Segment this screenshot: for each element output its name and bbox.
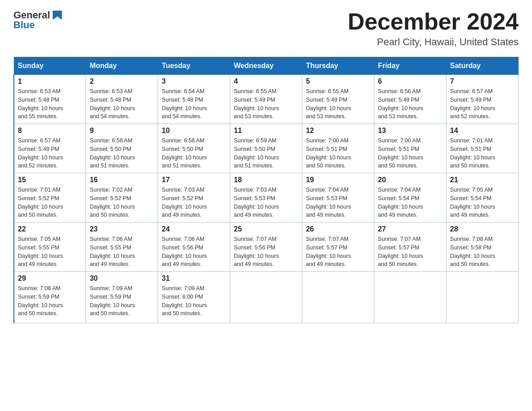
header: General Blue December 2024 Pearl City, H…: [13, 9, 519, 48]
day-info: Sunrise: 7:00 AMSunset: 5:51 PMDaylight:…: [378, 137, 423, 169]
cell-week4-day7: 28 Sunrise: 7:08 AMSunset: 5:58 PMDaylig…: [446, 223, 519, 272]
day-number: 7: [450, 77, 515, 86]
day-info: Sunrise: 7:09 AMSunset: 5:59 PMDaylight:…: [90, 285, 135, 317]
day-number: 4: [234, 77, 298, 86]
day-number: 17: [162, 176, 226, 184]
day-number: 2: [90, 77, 154, 86]
day-number: 30: [90, 274, 154, 283]
location-title: Pearl City, Hawaii, United States: [348, 36, 519, 48]
header-sunday: Sunday: [14, 57, 86, 75]
cell-week3-day2: 16 Sunrise: 7:02 AMSunset: 5:52 PMDaylig…: [86, 173, 158, 223]
header-friday: Friday: [374, 57, 446, 75]
cell-week4-day2: 23 Sunrise: 7:06 AMSunset: 5:55 PMDaylig…: [86, 223, 158, 272]
cell-week1-day3: 3 Sunrise: 6:54 AMSunset: 5:48 PMDayligh…: [158, 75, 230, 124]
day-info: Sunrise: 6:57 AMSunset: 5:49 PMDaylight:…: [450, 88, 495, 120]
day-number: 16: [90, 176, 154, 184]
day-info: Sunrise: 6:53 AMSunset: 5:48 PMDaylight:…: [18, 88, 63, 120]
day-info: Sunrise: 7:03 AMSunset: 5:53 PMDaylight:…: [234, 187, 279, 218]
header-tuesday: Tuesday: [158, 57, 230, 75]
day-info: Sunrise: 7:02 AMSunset: 5:52 PMDaylight:…: [90, 187, 135, 218]
day-number: 9: [90, 127, 154, 135]
cell-week5-day2: 30 Sunrise: 7:09 AMSunset: 5:59 PMDaylig…: [86, 272, 158, 323]
week-row-4: 22 Sunrise: 7:05 AMSunset: 5:55 PMDaylig…: [14, 223, 519, 272]
cell-week4-day3: 24 Sunrise: 7:06 AMSunset: 5:56 PMDaylig…: [158, 223, 230, 272]
day-number: 22: [18, 225, 82, 233]
cell-week1-day2: 2 Sunrise: 6:53 AMSunset: 5:48 PMDayligh…: [86, 75, 158, 124]
day-number: 19: [306, 176, 370, 184]
day-number: 5: [306, 77, 370, 86]
day-info: Sunrise: 7:00 AMSunset: 5:51 PMDaylight:…: [306, 137, 351, 169]
day-info: Sunrise: 7:05 AMSunset: 5:55 PMDaylight:…: [18, 236, 63, 267]
cell-week1-day5: 5 Sunrise: 6:55 AMSunset: 5:49 PMDayligh…: [302, 75, 374, 124]
cell-week1-day6: 6 Sunrise: 6:56 AMSunset: 5:49 PMDayligh…: [374, 75, 446, 124]
day-info: Sunrise: 6:59 AMSunset: 5:50 PMDaylight:…: [234, 137, 279, 169]
cell-week2-day7: 14 Sunrise: 7:01 AMSunset: 5:51 PMDaylig…: [446, 124, 519, 173]
cell-week5-day1: 29 Sunrise: 7:08 AMSunset: 5:59 PMDaylig…: [14, 272, 86, 323]
week-row-5: 29 Sunrise: 7:08 AMSunset: 5:59 PMDaylig…: [14, 272, 519, 323]
cell-week2-day1: 8 Sunrise: 6:57 AMSunset: 5:49 PMDayligh…: [14, 124, 86, 173]
day-info: Sunrise: 6:58 AMSunset: 5:50 PMDaylight:…: [90, 137, 135, 169]
day-info: Sunrise: 7:07 AMSunset: 5:57 PMDaylight:…: [378, 236, 423, 267]
cell-week3-day7: 21 Sunrise: 7:05 AMSunset: 5:54 PMDaylig…: [446, 173, 519, 223]
day-number: 25: [234, 225, 298, 233]
cell-week2-day6: 13 Sunrise: 7:00 AMSunset: 5:51 PMDaylig…: [374, 124, 446, 173]
day-number: 24: [162, 225, 226, 233]
day-info: Sunrise: 6:58 AMSunset: 5:50 PMDaylight:…: [162, 137, 207, 169]
day-number: 14: [450, 127, 515, 135]
cell-week5-day7: [446, 272, 519, 323]
cell-week2-day5: 12 Sunrise: 7:00 AMSunset: 5:51 PMDaylig…: [302, 124, 374, 173]
day-info: Sunrise: 7:06 AMSunset: 5:56 PMDaylight:…: [162, 236, 207, 267]
logo: General Blue: [13, 9, 64, 30]
header-thursday: Thursday: [302, 57, 374, 75]
day-number: 1: [18, 77, 82, 86]
day-info: Sunrise: 7:01 AMSunset: 5:51 PMDaylight:…: [450, 137, 495, 169]
day-info: Sunrise: 7:01 AMSunset: 5:52 PMDaylight:…: [18, 187, 63, 218]
cell-week2-day2: 9 Sunrise: 6:58 AMSunset: 5:50 PMDayligh…: [86, 124, 158, 173]
day-number: 23: [90, 225, 154, 233]
calendar-table: Sunday Monday Tuesday Wednesday Thursday…: [13, 57, 519, 323]
day-number: 3: [162, 77, 226, 86]
day-number: 6: [378, 77, 442, 86]
header-wednesday: Wednesday: [230, 57, 302, 75]
cell-week3-day6: 20 Sunrise: 7:04 AMSunset: 5:54 PMDaylig…: [374, 173, 446, 223]
title-area: December 2024 Pearl City, Hawaii, United…: [348, 9, 519, 48]
day-info: Sunrise: 6:55 AMSunset: 5:49 PMDaylight:…: [306, 88, 351, 120]
cell-week5-day5: [302, 272, 374, 323]
day-info: Sunrise: 7:03 AMSunset: 5:52 PMDaylight:…: [162, 187, 207, 218]
day-number: 26: [306, 225, 370, 233]
logo-icon: [51, 9, 64, 21]
day-number: 12: [306, 127, 370, 135]
day-info: Sunrise: 6:56 AMSunset: 5:49 PMDaylight:…: [378, 88, 423, 120]
cell-week1-day7: 7 Sunrise: 6:57 AMSunset: 5:49 PMDayligh…: [446, 75, 519, 124]
cell-week2-day3: 10 Sunrise: 6:58 AMSunset: 5:50 PMDaylig…: [158, 124, 230, 173]
week-row-3: 15 Sunrise: 7:01 AMSunset: 5:52 PMDaylig…: [14, 173, 519, 223]
day-number: 8: [18, 127, 82, 135]
day-number: 18: [234, 176, 298, 184]
cell-week5-day3: 31 Sunrise: 7:09 AMSunset: 6:00 PMDaylig…: [158, 272, 230, 323]
cell-week2-day4: 11 Sunrise: 6:59 AMSunset: 5:50 PMDaylig…: [230, 124, 302, 173]
week-row-1: 1 Sunrise: 6:53 AMSunset: 5:48 PMDayligh…: [14, 75, 519, 124]
day-number: 13: [378, 127, 442, 135]
header-row: Sunday Monday Tuesday Wednesday Thursday…: [14, 57, 519, 75]
cell-week1-day1: 1 Sunrise: 6:53 AMSunset: 5:48 PMDayligh…: [14, 75, 86, 124]
logo-blue-text: Blue: [13, 20, 35, 30]
cell-week4-day4: 25 Sunrise: 7:07 AMSunset: 5:56 PMDaylig…: [230, 223, 302, 272]
day-info: Sunrise: 7:09 AMSunset: 6:00 PMDaylight:…: [162, 285, 207, 317]
cell-week3-day5: 19 Sunrise: 7:04 AMSunset: 5:53 PMDaylig…: [302, 173, 374, 223]
header-monday: Monday: [86, 57, 158, 75]
cell-week4-day6: 27 Sunrise: 7:07 AMSunset: 5:57 PMDaylig…: [374, 223, 446, 272]
day-info: Sunrise: 6:53 AMSunset: 5:48 PMDaylight:…: [90, 88, 135, 120]
cell-week3-day4: 18 Sunrise: 7:03 AMSunset: 5:53 PMDaylig…: [230, 173, 302, 223]
day-info: Sunrise: 7:06 AMSunset: 5:55 PMDaylight:…: [90, 236, 135, 267]
day-number: 15: [18, 176, 82, 184]
day-number: 11: [234, 127, 298, 135]
day-info: Sunrise: 6:54 AMSunset: 5:48 PMDaylight:…: [162, 88, 207, 120]
day-info: Sunrise: 7:08 AMSunset: 5:59 PMDaylight:…: [18, 285, 63, 317]
cell-week4-day1: 22 Sunrise: 7:05 AMSunset: 5:55 PMDaylig…: [14, 223, 86, 272]
day-number: 21: [450, 176, 515, 184]
day-info: Sunrise: 7:04 AMSunset: 5:53 PMDaylight:…: [306, 187, 351, 218]
cell-week4-day5: 26 Sunrise: 7:07 AMSunset: 5:57 PMDaylig…: [302, 223, 374, 272]
day-number: 31: [162, 274, 226, 283]
cell-week3-day1: 15 Sunrise: 7:01 AMSunset: 5:52 PMDaylig…: [14, 173, 86, 223]
day-info: Sunrise: 7:07 AMSunset: 5:56 PMDaylight:…: [234, 236, 279, 267]
